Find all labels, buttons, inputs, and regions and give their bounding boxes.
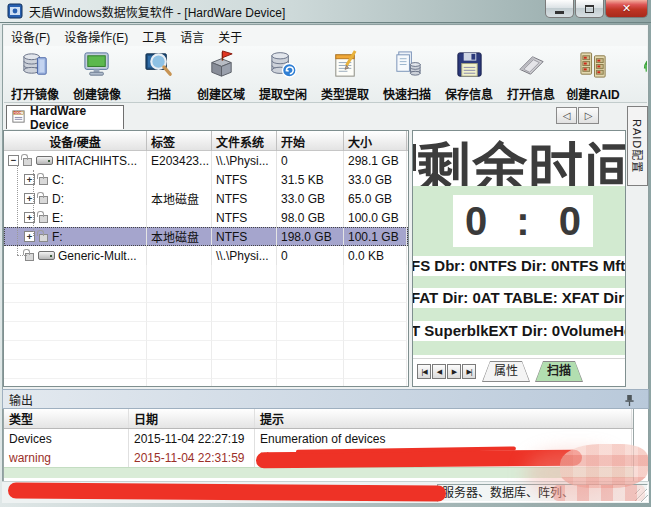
tab-scroll-right-button[interactable]: ▷ xyxy=(578,107,599,124)
device-fs-cell: NTFS xyxy=(212,227,277,246)
redaction-blur xyxy=(560,444,648,488)
empty-grid-row xyxy=(4,379,408,387)
tab-raid-config[interactable]: RAID配置 xyxy=(627,106,648,186)
device-fs-cell: \\.\Physi... xyxy=(212,246,277,265)
toolbar-button-2[interactable]: 扫描 xyxy=(128,46,190,102)
tab-scroll-left-button[interactable]: ◁ xyxy=(556,107,577,124)
column-header-4[interactable]: 大小 xyxy=(344,131,407,151)
toolbar-button-7[interactable]: 保存信息 xyxy=(438,46,500,102)
redaction-scribble xyxy=(256,450,582,469)
device-name: D: xyxy=(52,192,64,206)
tab-properties[interactable]: 属性 xyxy=(482,361,530,382)
empty-cell xyxy=(344,265,407,284)
device-start-cell: 98.0 GB xyxy=(277,208,344,227)
scan-grid-strip xyxy=(413,276,625,288)
device-row-2[interactable]: +D:本地磁盘NTFS33.0 GB65.0 GB xyxy=(4,189,408,208)
minimize-button[interactable] xyxy=(545,0,574,18)
column-header-2[interactable]: 文件系统 xyxy=(212,131,277,151)
device-row-0[interactable]: −HITACHIHTS...E203423...\\.\Physi...0298… xyxy=(4,151,408,170)
tab-scan[interactable]: 扫描 xyxy=(535,361,583,382)
restore-button[interactable] xyxy=(575,0,604,18)
toolbar-button-6[interactable]: 快速扫描 xyxy=(376,46,438,102)
tab-hardware-device[interactable]: DOC HardWare Device xyxy=(6,105,124,129)
scan-stat-row-2: T SuperblkEXT Dir: 0VolumeHea xyxy=(412,321,626,341)
output-column-header-1[interactable]: 日期 xyxy=(129,409,255,428)
device-label-cell: 本地磁盘 xyxy=(147,227,212,246)
menu-item-2[interactable]: 工具 xyxy=(135,26,173,47)
scan-stat-row-1: FAT Dir: 0AT TABLE: XFAT Dir: xyxy=(412,288,626,308)
menu-item-1[interactable]: 设备操作(E) xyxy=(57,26,135,47)
create-image-icon xyxy=(82,49,113,84)
toolbar-button-5[interactable]: 类型提取 xyxy=(314,46,376,102)
toolbar-button-label: 类型提取 xyxy=(321,85,369,102)
empty-grid-row xyxy=(4,341,408,360)
empty-cell xyxy=(147,360,212,379)
toolbar-button-1[interactable]: 创建镜像 xyxy=(66,46,128,102)
device-name: C: xyxy=(52,173,64,187)
menu-item-0[interactable]: 设备(F) xyxy=(4,26,57,47)
device-row-3[interactable]: +E:NTFS98.0 GB100.0 GB xyxy=(4,208,408,227)
lock-icon xyxy=(23,158,32,166)
extract-free-icon xyxy=(268,49,299,84)
type-extract-icon xyxy=(330,49,361,84)
device-row-5[interactable]: Generic-Mult...\\.\Physi...00.0 KB xyxy=(4,246,408,265)
output-table-header: 类型日期提示 xyxy=(4,409,633,429)
empty-cell xyxy=(277,341,344,360)
device-table-header: 设备/硬盘标签文件系统开始大小 xyxy=(4,131,408,151)
column-header-1[interactable]: 标签 xyxy=(147,131,212,151)
last-page-button[interactable]: ▶| xyxy=(462,364,476,379)
empty-cell xyxy=(212,284,277,303)
tab-label: HardWare Device xyxy=(30,104,123,132)
first-page-button[interactable]: |◀ xyxy=(417,364,431,379)
toolbar-button-9[interactable]: 创建RAID xyxy=(562,46,624,102)
column-header-3[interactable]: 开始 xyxy=(277,131,344,151)
device-fs-cell: NTFS xyxy=(212,170,277,189)
tab-label: 扫描 xyxy=(536,362,582,381)
output-row-highlight xyxy=(4,467,633,478)
device-size-cell: 100.0 GB xyxy=(344,208,407,227)
output-panel-header: 输出 xyxy=(2,389,649,409)
output-hint-cell: Enumeration of devices xyxy=(255,429,632,448)
menu-item-4[interactable]: 关于 xyxy=(211,26,249,47)
lock-icon xyxy=(39,196,48,204)
output-column-header-2[interactable]: 提示 xyxy=(255,409,632,428)
device-name: F: xyxy=(52,230,63,244)
device-row-4[interactable]: +F:本地磁盘NTFS198.0 GB100.1 GB xyxy=(4,227,408,246)
toolbar-button-10[interactable] xyxy=(624,46,647,102)
menu-item-3[interactable]: 语言 xyxy=(173,26,211,47)
output-row-0[interactable]: Devices2015-11-04 22:27:19Enumeration of… xyxy=(4,429,633,448)
create-region-icon xyxy=(206,49,237,84)
device-start-cell: 0 xyxy=(277,246,344,265)
empty-grid-row xyxy=(4,284,408,303)
device-label-cell xyxy=(147,208,212,227)
empty-cell xyxy=(147,341,212,360)
device-name-cell: +E: xyxy=(4,208,147,227)
restore-icon xyxy=(585,5,594,13)
toolbar-button-4[interactable]: 提取空闲 xyxy=(252,46,314,102)
prev-page-button[interactable]: ◀ xyxy=(432,364,446,379)
output-date-cell: 2015-11-04 22:27:19 xyxy=(129,429,255,448)
toolbar: 打开镜像创建镜像扫描创建区域提取空闲类型提取快速扫描保存信息打开信息创建RAID xyxy=(4,46,647,103)
toolbar-button-3[interactable]: 创建区域 xyxy=(190,46,252,102)
minimize-icon xyxy=(555,11,564,14)
toolbar-button-8[interactable]: 打开信息 xyxy=(500,46,562,102)
dock-pin-button[interactable] xyxy=(622,393,636,407)
output-column-header-0[interactable]: 类型 xyxy=(4,409,129,428)
next-page-button[interactable]: ▶ xyxy=(447,364,461,379)
empty-cell xyxy=(212,265,277,284)
empty-cell xyxy=(4,303,147,322)
close-button[interactable]: ✕ xyxy=(605,0,648,18)
open-image-icon xyxy=(20,49,51,84)
device-row-1[interactable]: +C:NTFS31.5 KB33.0 GB xyxy=(4,170,408,189)
empty-cell xyxy=(212,379,277,387)
disk-drive-icon xyxy=(36,156,53,165)
output-type-cell: warning xyxy=(4,448,129,467)
disk-drive-icon xyxy=(38,251,55,260)
output-title: 输出 xyxy=(9,391,33,408)
toolbar-button-0[interactable]: 打开镜像 xyxy=(4,46,66,102)
empty-cell xyxy=(277,379,344,387)
device-size-cell: 33.0 GB xyxy=(344,170,407,189)
redaction-blur xyxy=(553,485,645,501)
toolbar-button-label: 打开信息 xyxy=(507,85,555,102)
column-header-0[interactable]: 设备/硬盘 xyxy=(4,131,147,151)
